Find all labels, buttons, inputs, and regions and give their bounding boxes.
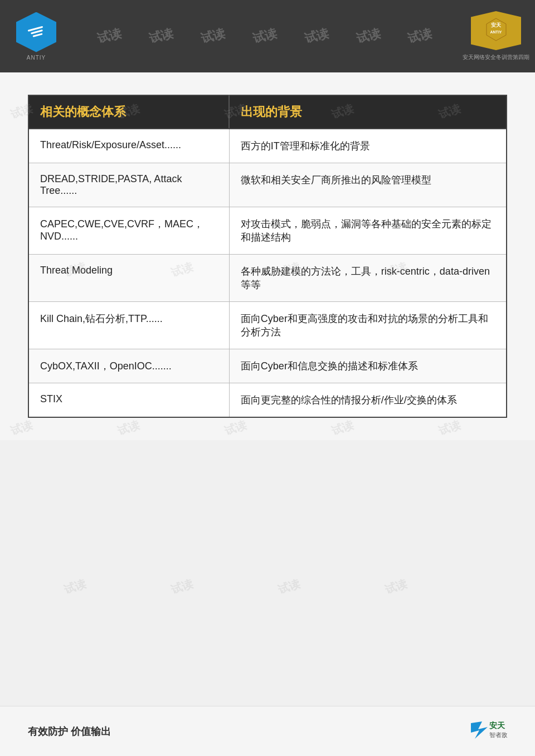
- table-row: DREAD,STRIDE,PASTA, Attack Tree......微软和…: [28, 163, 507, 207]
- wm-1: 试读: [95, 25, 123, 47]
- header: ANTIY 试读 试读 试读 试读 试读 试读 试读 安天 ANTIY 安天网络…: [0, 0, 535, 72]
- col2-header: 出现的背景: [229, 95, 507, 129]
- footer-logo-icon: 安天 智者敌天下: [468, 720, 507, 742]
- table-cell-left-6: STIX: [28, 383, 229, 418]
- logo-line-3: [32, 33, 42, 37]
- table-row: Kill Chain,钻石分析,TTP......面向Cyber和更高强度的攻击…: [28, 302, 507, 349]
- table-cell-right-5: 面向Cyber和信息交换的描述和标准体系: [229, 349, 507, 383]
- table-cell-right-2: 对攻击模式，脆弱点，漏洞等各种基础的安全元素的标定和描述结构: [229, 207, 507, 255]
- bwm-15: 试读: [62, 576, 89, 598]
- table-cell-right-3: 各种威胁建模的方法论，工具，risk-centric，data-driven等等: [229, 255, 507, 302]
- wm-3: 试读: [199, 25, 227, 47]
- wm-6: 试读: [354, 25, 382, 47]
- svg-text:ANTIY: ANTIY: [490, 30, 502, 34]
- table-row: Threat/Risk/Exposure/Asset......西方的IT管理和…: [28, 129, 507, 163]
- table-row: CAPEC,CWE,CVE,CVRF，MAEC，NVD......对攻击模式，脆…: [28, 207, 507, 255]
- wm-5: 试读: [303, 25, 330, 47]
- col1-header: 相关的概念体系: [28, 95, 229, 129]
- wm-4: 试读: [251, 25, 279, 47]
- header-logo-right: 安天 ANTIY 安天网络安全冬训营第四期: [457, 0, 535, 72]
- table-cell-left-2: CAPEC,CWE,CVE,CVRF，MAEC，NVD......: [28, 207, 229, 255]
- logo-lines: [28, 26, 45, 38]
- footer-tagline: 有效防护 价值输出: [28, 725, 111, 738]
- bwm-16: 试读: [169, 576, 196, 598]
- svg-text:智者敌天下: 智者敌天下: [489, 731, 507, 738]
- header-watermarks: 试读 试读 试读 试读 试读 试读 试读: [72, 28, 457, 45]
- table-row: STIX面向更完整的综合性的情报分析/作业/交换的体系: [28, 383, 507, 418]
- table-row: CybOX,TAXII，OpenIOC.......面向Cyber和信息交换的描…: [28, 349, 507, 383]
- table-cell-left-3: Threat Modeling: [28, 255, 229, 302]
- bwm-18: 试读: [383, 576, 410, 598]
- logo-area: ANTIY: [0, 0, 72, 72]
- svg-text:安天: 安天: [490, 22, 502, 28]
- table-cell-right-6: 面向更完整的综合性的情报分析/作业/交换的体系: [229, 383, 507, 418]
- table-cell-left-0: Threat/Risk/Exposure/Asset......: [28, 129, 229, 163]
- antiy-badge-text: 安天 ANTIY: [481, 16, 512, 46]
- bwm-17: 试读: [276, 576, 303, 598]
- wm-2: 试读: [147, 25, 175, 47]
- logo-text: ANTIY: [27, 55, 46, 61]
- main-content: 相关的概念体系 出现的背景 Threat/Risk/Exposure/Asset…: [0, 72, 535, 440]
- svg-text:安天: 安天: [489, 721, 505, 730]
- table-cell-left-1: DREAD,STRIDE,PASTA, Attack Tree......: [28, 163, 229, 207]
- footer: 有效防护 价值输出 安天 智者敌天下: [0, 706, 535, 756]
- header-subtitle: 安天网络安全冬训营第四期: [463, 53, 529, 61]
- table-header-row: 相关的概念体系 出现的背景: [28, 95, 507, 129]
- table-cell-right-1: 微软和相关安全厂商所推出的风险管理模型: [229, 163, 507, 207]
- data-table: 相关的概念体系 出现的背景 Threat/Risk/Exposure/Asset…: [28, 95, 507, 418]
- table-row: Threat Modeling各种威胁建模的方法论，工具，risk-centri…: [28, 255, 507, 302]
- logo-hexagon: [16, 12, 56, 52]
- antiy-badge: 安天 ANTIY: [471, 11, 521, 50]
- table-cell-left-4: Kill Chain,钻石分析,TTP......: [28, 302, 229, 349]
- footer-logo: 安天 智者敌天下: [468, 720, 507, 742]
- table-cell-right-4: 面向Cyber和更高强度的攻击和对抗的场景的分析工具和分析方法: [229, 302, 507, 349]
- table-cell-left-5: CybOX,TAXII，OpenIOC.......: [28, 349, 229, 383]
- wm-7: 试读: [406, 25, 434, 47]
- table-cell-right-0: 西方的IT管理和标准化的背景: [229, 129, 507, 163]
